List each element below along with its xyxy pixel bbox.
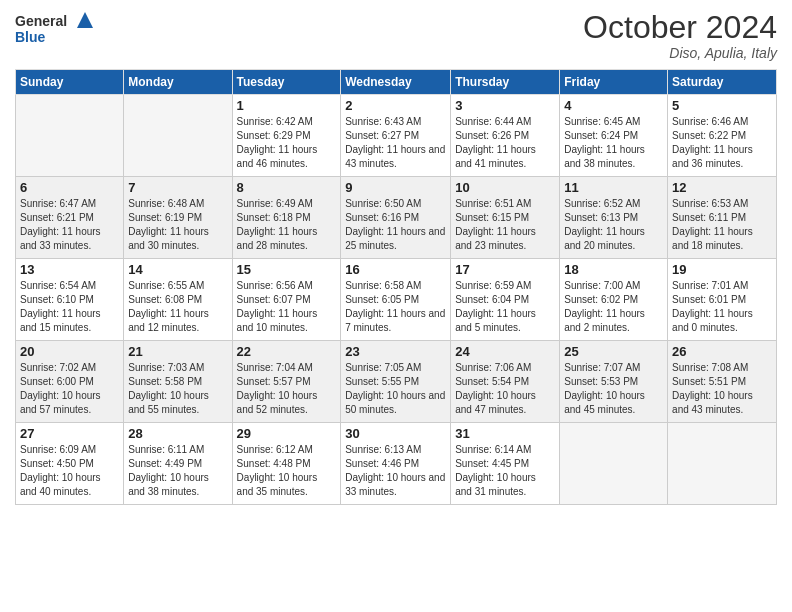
table-row xyxy=(668,423,777,505)
day-number: 6 xyxy=(20,180,119,195)
day-number: 26 xyxy=(672,344,772,359)
day-info: Sunrise: 7:05 AMSunset: 5:55 PMDaylight:… xyxy=(345,361,446,417)
table-row: 18Sunrise: 7:00 AMSunset: 6:02 PMDayligh… xyxy=(560,259,668,341)
day-number: 18 xyxy=(564,262,663,277)
day-number: 16 xyxy=(345,262,446,277)
day-info: Sunrise: 6:09 AMSunset: 4:50 PMDaylight:… xyxy=(20,443,119,499)
table-row: 17Sunrise: 6:59 AMSunset: 6:04 PMDayligh… xyxy=(451,259,560,341)
table-row: 21Sunrise: 7:03 AMSunset: 5:58 PMDayligh… xyxy=(124,341,232,423)
col-thursday: Thursday xyxy=(451,70,560,95)
location: Diso, Apulia, Italy xyxy=(583,45,777,61)
header: General Blue October 2024 Diso, Apulia, … xyxy=(15,10,777,61)
day-number: 14 xyxy=(128,262,227,277)
day-info: Sunrise: 6:49 AMSunset: 6:18 PMDaylight:… xyxy=(237,197,337,253)
table-row: 3Sunrise: 6:44 AMSunset: 6:26 PMDaylight… xyxy=(451,95,560,177)
day-info: Sunrise: 6:54 AMSunset: 6:10 PMDaylight:… xyxy=(20,279,119,335)
day-info: Sunrise: 7:06 AMSunset: 5:54 PMDaylight:… xyxy=(455,361,555,417)
day-number: 27 xyxy=(20,426,119,441)
table-row: 9Sunrise: 6:50 AMSunset: 6:16 PMDaylight… xyxy=(341,177,451,259)
table-row: 12Sunrise: 6:53 AMSunset: 6:11 PMDayligh… xyxy=(668,177,777,259)
day-info: Sunrise: 6:45 AMSunset: 6:24 PMDaylight:… xyxy=(564,115,663,171)
calendar-week-row: 13Sunrise: 6:54 AMSunset: 6:10 PMDayligh… xyxy=(16,259,777,341)
day-info: Sunrise: 6:56 AMSunset: 6:07 PMDaylight:… xyxy=(237,279,337,335)
day-info: Sunrise: 6:11 AMSunset: 4:49 PMDaylight:… xyxy=(128,443,227,499)
day-info: Sunrise: 7:04 AMSunset: 5:57 PMDaylight:… xyxy=(237,361,337,417)
day-info: Sunrise: 6:59 AMSunset: 6:04 PMDaylight:… xyxy=(455,279,555,335)
col-wednesday: Wednesday xyxy=(341,70,451,95)
table-row: 7Sunrise: 6:48 AMSunset: 6:19 PMDaylight… xyxy=(124,177,232,259)
day-info: Sunrise: 6:12 AMSunset: 4:48 PMDaylight:… xyxy=(237,443,337,499)
day-info: Sunrise: 6:58 AMSunset: 6:05 PMDaylight:… xyxy=(345,279,446,335)
table-row: 19Sunrise: 7:01 AMSunset: 6:01 PMDayligh… xyxy=(668,259,777,341)
calendar-header-row: Sunday Monday Tuesday Wednesday Thursday… xyxy=(16,70,777,95)
day-number: 12 xyxy=(672,180,772,195)
table-row: 14Sunrise: 6:55 AMSunset: 6:08 PMDayligh… xyxy=(124,259,232,341)
day-info: Sunrise: 6:43 AMSunset: 6:27 PMDaylight:… xyxy=(345,115,446,171)
table-row: 11Sunrise: 6:52 AMSunset: 6:13 PMDayligh… xyxy=(560,177,668,259)
day-info: Sunrise: 6:53 AMSunset: 6:11 PMDaylight:… xyxy=(672,197,772,253)
table-row: 20Sunrise: 7:02 AMSunset: 6:00 PMDayligh… xyxy=(16,341,124,423)
day-number: 22 xyxy=(237,344,337,359)
month-title: October 2024 xyxy=(583,10,777,45)
day-number: 8 xyxy=(237,180,337,195)
table-row xyxy=(16,95,124,177)
col-monday: Monday xyxy=(124,70,232,95)
table-row: 15Sunrise: 6:56 AMSunset: 6:07 PMDayligh… xyxy=(232,259,341,341)
day-number: 11 xyxy=(564,180,663,195)
table-row: 6Sunrise: 6:47 AMSunset: 6:21 PMDaylight… xyxy=(16,177,124,259)
table-row xyxy=(124,95,232,177)
day-info: Sunrise: 6:42 AMSunset: 6:29 PMDaylight:… xyxy=(237,115,337,171)
day-number: 23 xyxy=(345,344,446,359)
table-row: 13Sunrise: 6:54 AMSunset: 6:10 PMDayligh… xyxy=(16,259,124,341)
table-row xyxy=(560,423,668,505)
day-info: Sunrise: 6:48 AMSunset: 6:19 PMDaylight:… xyxy=(128,197,227,253)
logo: General Blue xyxy=(15,10,95,48)
day-number: 19 xyxy=(672,262,772,277)
day-info: Sunrise: 7:07 AMSunset: 5:53 PMDaylight:… xyxy=(564,361,663,417)
table-row: 27Sunrise: 6:09 AMSunset: 4:50 PMDayligh… xyxy=(16,423,124,505)
day-info: Sunrise: 7:00 AMSunset: 6:02 PMDaylight:… xyxy=(564,279,663,335)
day-number: 20 xyxy=(20,344,119,359)
svg-marker-2 xyxy=(77,12,93,28)
col-sunday: Sunday xyxy=(16,70,124,95)
day-number: 4 xyxy=(564,98,663,113)
table-row: 26Sunrise: 7:08 AMSunset: 5:51 PMDayligh… xyxy=(668,341,777,423)
day-info: Sunrise: 6:51 AMSunset: 6:15 PMDaylight:… xyxy=(455,197,555,253)
calendar-week-row: 1Sunrise: 6:42 AMSunset: 6:29 PMDaylight… xyxy=(16,95,777,177)
day-number: 31 xyxy=(455,426,555,441)
svg-text:Blue: Blue xyxy=(15,29,46,45)
day-number: 30 xyxy=(345,426,446,441)
day-info: Sunrise: 6:50 AMSunset: 6:16 PMDaylight:… xyxy=(345,197,446,253)
calendar-week-row: 20Sunrise: 7:02 AMSunset: 6:00 PMDayligh… xyxy=(16,341,777,423)
table-row: 29Sunrise: 6:12 AMSunset: 4:48 PMDayligh… xyxy=(232,423,341,505)
day-info: Sunrise: 6:13 AMSunset: 4:46 PMDaylight:… xyxy=(345,443,446,499)
table-row: 10Sunrise: 6:51 AMSunset: 6:15 PMDayligh… xyxy=(451,177,560,259)
day-number: 5 xyxy=(672,98,772,113)
day-number: 21 xyxy=(128,344,227,359)
col-tuesday: Tuesday xyxy=(232,70,341,95)
day-number: 10 xyxy=(455,180,555,195)
day-info: Sunrise: 7:02 AMSunset: 6:00 PMDaylight:… xyxy=(20,361,119,417)
day-info: Sunrise: 6:52 AMSunset: 6:13 PMDaylight:… xyxy=(564,197,663,253)
day-info: Sunrise: 6:47 AMSunset: 6:21 PMDaylight:… xyxy=(20,197,119,253)
calendar-week-row: 6Sunrise: 6:47 AMSunset: 6:21 PMDaylight… xyxy=(16,177,777,259)
table-row: 4Sunrise: 6:45 AMSunset: 6:24 PMDaylight… xyxy=(560,95,668,177)
title-block: October 2024 Diso, Apulia, Italy xyxy=(583,10,777,61)
day-number: 3 xyxy=(455,98,555,113)
day-info: Sunrise: 6:44 AMSunset: 6:26 PMDaylight:… xyxy=(455,115,555,171)
table-row: 31Sunrise: 6:14 AMSunset: 4:45 PMDayligh… xyxy=(451,423,560,505)
day-info: Sunrise: 6:14 AMSunset: 4:45 PMDaylight:… xyxy=(455,443,555,499)
table-row: 2Sunrise: 6:43 AMSunset: 6:27 PMDaylight… xyxy=(341,95,451,177)
day-number: 25 xyxy=(564,344,663,359)
day-number: 29 xyxy=(237,426,337,441)
day-number: 15 xyxy=(237,262,337,277)
day-number: 28 xyxy=(128,426,227,441)
table-row: 24Sunrise: 7:06 AMSunset: 5:54 PMDayligh… xyxy=(451,341,560,423)
day-info: Sunrise: 7:03 AMSunset: 5:58 PMDaylight:… xyxy=(128,361,227,417)
day-info: Sunrise: 7:01 AMSunset: 6:01 PMDaylight:… xyxy=(672,279,772,335)
day-number: 24 xyxy=(455,344,555,359)
col-friday: Friday xyxy=(560,70,668,95)
day-info: Sunrise: 6:46 AMSunset: 6:22 PMDaylight:… xyxy=(672,115,772,171)
table-row: 28Sunrise: 6:11 AMSunset: 4:49 PMDayligh… xyxy=(124,423,232,505)
table-row: 25Sunrise: 7:07 AMSunset: 5:53 PMDayligh… xyxy=(560,341,668,423)
